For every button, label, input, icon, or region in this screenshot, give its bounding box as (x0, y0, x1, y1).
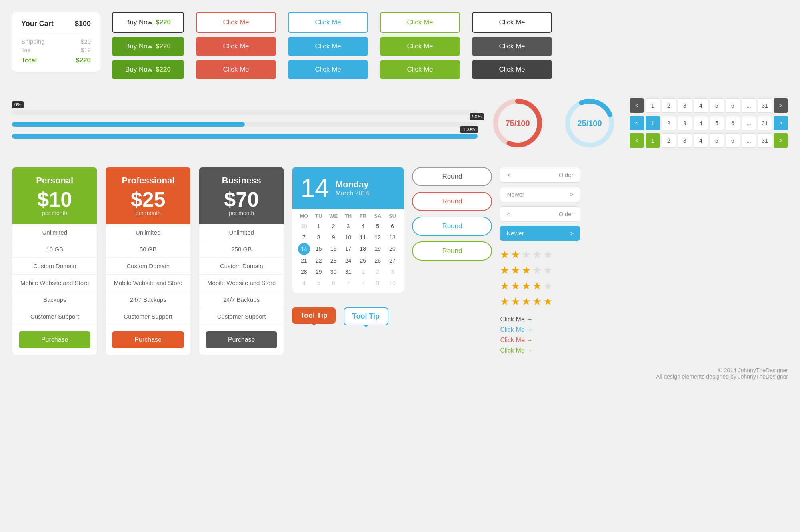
footer: © 2014 JohnnyTheDesigner All design elem… (12, 367, 788, 380)
round-gray-btn[interactable]: Round (412, 167, 492, 186)
link-blue[interactable]: Click Me → (500, 326, 580, 333)
total-value: $220 (76, 56, 91, 64)
blue-outline-btn[interactable]: Click Me (288, 12, 368, 33)
buy-now-green2-price: $220 (156, 66, 171, 74)
dark-btn-col: Click Me Click Me Click Me (472, 12, 552, 79)
progress-label-0: 0% (12, 101, 24, 108)
bottom-row: Personal $10 per month Unlimited 10 GB C… (12, 167, 788, 355)
round-blue-btn[interactable]: Round (412, 217, 492, 236)
pricing-business: Business $70 per month Unlimited 250 GB … (199, 167, 284, 355)
pricing-personal-price: $10 (20, 189, 89, 210)
page-btn-3-5[interactable]: 5 (710, 133, 724, 148)
page-btn-2-6[interactable]: 6 (726, 116, 740, 130)
calendar-widget: 14 Monday March 2014 MOTUWETHFRSASU 30 1… (292, 167, 404, 293)
red-solid-btn2[interactable]: Click Me (196, 60, 276, 79)
dark-outline-btn[interactable]: Click Me (472, 12, 552, 33)
link-green[interactable]: Click Me → (500, 347, 580, 354)
page-btn-3-1[interactable]: 1 (646, 133, 660, 148)
progress-track-0 (12, 110, 478, 115)
donut-blue: 25/100 (562, 95, 618, 151)
buy-now-outline-btn[interactable]: Buy Now $220 (112, 12, 184, 33)
dark-solid-btn1[interactable]: Click Me (472, 37, 552, 56)
page-btn-1-5[interactable]: 5 (710, 98, 724, 113)
cart-title: Your Cart (21, 20, 54, 28)
dark-solid-btn2[interactable]: Click Me (472, 60, 552, 79)
page-btn-3-6[interactable]: 6 (726, 133, 740, 148)
page-btn-1-6[interactable]: 6 (726, 98, 740, 113)
page-btn-2-4[interactable]: 4 (694, 116, 708, 130)
donut-blue-label: 25/100 (577, 119, 602, 128)
buy-now-green1-btn[interactable]: Buy Now $220 (112, 37, 184, 56)
page-btn-1-1[interactable]: 1 (646, 98, 660, 113)
total-label: Total (21, 56, 37, 64)
blue-solid-btn1[interactable]: Click Me (288, 37, 368, 56)
nav-newer-1[interactable]: Newer > (500, 187, 580, 202)
nav-next-icon-1: > (570, 191, 574, 198)
buy-now-outline-label: Buy Now (125, 18, 152, 26)
nav-newer-2[interactable]: Newer > (500, 226, 580, 241)
blue-solid-btn2[interactable]: Click Me (288, 60, 368, 79)
progress-fill-100 (12, 134, 478, 139)
tax-value: $12 (81, 46, 91, 53)
pricing-business-features: Unlimited 250 GB Custom Domain Mobile We… (199, 224, 284, 325)
tax-label: Tax (21, 46, 30, 53)
page-btn-3-2[interactable]: 2 (662, 133, 676, 148)
purchase-business-btn[interactable]: Purchase (206, 331, 277, 348)
purchase-personal-btn[interactable]: Purchase (19, 331, 90, 348)
purchase-professional-btn[interactable]: Purchase (112, 331, 184, 348)
page-btn-1-31[interactable]: 31 (758, 98, 772, 113)
link-default[interactable]: Click Me → (500, 316, 580, 323)
buy-now-col: Buy Now $220 Buy Now $220 Buy Now $220 (112, 12, 184, 79)
nav-next-icon-2: > (570, 230, 574, 237)
pricing-professional-title: Professional (114, 175, 182, 186)
page-btn-1-3[interactable]: 3 (678, 98, 692, 113)
page-btn-2-31[interactable]: 31 (758, 116, 772, 130)
donut-red: 75/100 (490, 95, 546, 151)
buy-now-green2-btn[interactable]: Buy Now $220 (112, 60, 184, 79)
round-green-btn[interactable]: Round (412, 241, 492, 261)
page-btn-2-3[interactable]: 3 (678, 116, 692, 130)
round-red-btn[interactable]: Round (412, 192, 492, 211)
feature-p-3: Custom Domain (12, 258, 97, 275)
prev-btn-1[interactable]: < (630, 98, 644, 113)
red-solid-btn1[interactable]: Click Me (196, 37, 276, 56)
star-row-2: ★ ★ ★ ★ ★ (500, 249, 580, 261)
red-outline-btn[interactable]: Click Me (196, 12, 276, 33)
green-outline-btn[interactable]: Click Me (380, 12, 460, 33)
green-solid-btn2[interactable]: Click Me (380, 60, 460, 79)
calendar-day-num: 14 (300, 175, 329, 201)
page-btn-3-4[interactable]: 4 (694, 133, 708, 148)
nav-older-2[interactable]: < Older (500, 206, 580, 222)
page-btn-1-4[interactable]: 4 (694, 98, 708, 113)
buy-now-outline-price: $220 (156, 18, 171, 26)
nav-older-1[interactable]: < Older (500, 167, 580, 183)
pricing-professional-price: $25 (114, 189, 182, 210)
round-btns-section: Round Round Round Round (412, 167, 492, 261)
feature-pro-4: Mobile Website and Store (106, 275, 190, 291)
prev-btn-3[interactable]: < (630, 133, 644, 148)
star-ratings-section: ★ ★ ★ ★ ★ ★ ★ ★ ★ ★ ★ ★ ★ ★ (500, 249, 580, 308)
next-btn-1[interactable]: > (774, 98, 788, 113)
link-arrows-section: Click Me → Click Me → Click Me → Click M… (500, 316, 580, 354)
feature-p-5: Backups (12, 291, 97, 308)
tooltip-section: Tool Tip Tool Tip (292, 307, 404, 325)
calendar-weekdays: MOTUWETHFRSASU (296, 213, 400, 219)
link-red[interactable]: Click Me → (500, 337, 580, 344)
prev-btn-2[interactable]: < (630, 116, 644, 130)
page-btn-2-2[interactable]: 2 (662, 116, 676, 130)
page-btn-2-1[interactable]: 1 (646, 116, 660, 130)
page-btn-3-3[interactable]: 3 (678, 133, 692, 148)
page-btn-2-5[interactable]: 5 (710, 116, 724, 130)
next-btn-2[interactable]: > (774, 116, 788, 130)
pricing-professional-footer: Purchase (106, 325, 190, 355)
pricing-business-title: Business (207, 175, 276, 186)
progress-item-100: 100% (12, 134, 478, 139)
page-btn-3-31[interactable]: 31 (758, 133, 772, 148)
blue-btn-col: Click Me Click Me Click Me (288, 12, 368, 79)
nav-older-1-label: Older (559, 171, 574, 178)
page-btn-1-2[interactable]: 2 (662, 98, 676, 113)
feature-pro-5: 24/7 Backups (106, 291, 190, 308)
next-btn-3[interactable]: > (774, 133, 788, 148)
green-solid-btn1[interactable]: Click Me (380, 37, 460, 56)
calendar-today[interactable]: 14 (298, 243, 310, 255)
